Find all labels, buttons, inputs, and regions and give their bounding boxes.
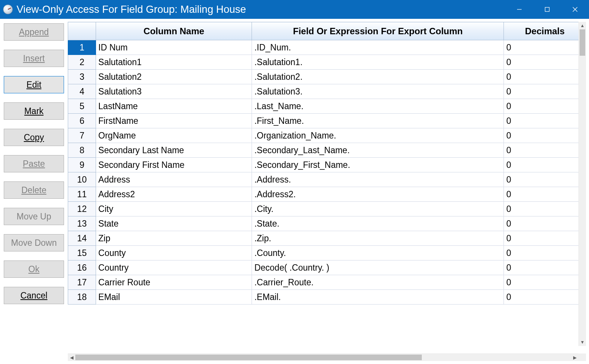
- row-number-cell[interactable]: 2: [68, 55, 96, 70]
- decimals-cell[interactable]: 0: [504, 275, 586, 290]
- header-expression[interactable]: Field Or Expression For Export Column: [252, 22, 504, 40]
- vertical-scroll-thumb[interactable]: [580, 29, 585, 56]
- decimals-cell[interactable]: 0: [504, 172, 586, 187]
- decimals-cell[interactable]: 0: [504, 55, 586, 70]
- expression-cell[interactable]: .State.: [252, 216, 504, 231]
- column-name-cell[interactable]: State: [96, 216, 252, 231]
- decimals-cell[interactable]: 0: [504, 202, 586, 216]
- row-number-cell[interactable]: 8: [68, 143, 96, 158]
- row-number-cell[interactable]: 12: [68, 202, 96, 216]
- column-name-cell[interactable]: Carrier Route: [96, 275, 252, 290]
- column-name-cell[interactable]: OrgName: [96, 128, 252, 143]
- table-row[interactable]: 10Address.Address.0: [68, 172, 586, 187]
- expression-cell[interactable]: .Salutation1.: [252, 55, 504, 70]
- decimals-cell[interactable]: 0: [504, 128, 586, 143]
- table-row[interactable]: 11Address2.Address2.0: [68, 187, 586, 202]
- column-name-cell[interactable]: Zip: [96, 231, 252, 246]
- expression-cell[interactable]: .EMail.: [252, 290, 504, 305]
- expression-cell[interactable]: Decode( .Country. ): [252, 260, 504, 275]
- decimals-cell[interactable]: 0: [504, 114, 586, 128]
- column-name-cell[interactable]: ID Num: [96, 40, 252, 55]
- delete-button[interactable]: Delete: [4, 181, 64, 199]
- horizontal-scrollbar[interactable]: ◀ ▶: [68, 353, 578, 361]
- horizontal-scroll-thumb[interactable]: [75, 355, 422, 360]
- insert-button[interactable]: Insert: [4, 50, 64, 67]
- expression-cell[interactable]: .First_Name.: [252, 114, 504, 128]
- table-row[interactable]: 8Secondary Last Name.Secondary_Last_Name…: [68, 143, 586, 158]
- decimals-cell[interactable]: 0: [504, 84, 586, 99]
- row-number-cell[interactable]: 17: [68, 275, 96, 290]
- move-down-button[interactable]: Move Down: [4, 234, 64, 251]
- table-row[interactable]: 3Salutation2.Salutation2.0: [68, 70, 586, 84]
- scroll-up-icon[interactable]: ▲: [579, 22, 586, 29]
- row-number-cell[interactable]: 13: [68, 216, 96, 231]
- table-row[interactable]: 15County.County.0: [68, 246, 586, 260]
- cancel-button[interactable]: Cancel: [4, 287, 64, 304]
- table-row[interactable]: 17Carrier Route.Carrier_Route.0: [68, 275, 586, 290]
- decimals-cell[interactable]: 0: [504, 246, 586, 260]
- decimals-cell[interactable]: 0: [504, 40, 586, 55]
- decimals-cell[interactable]: 0: [504, 187, 586, 202]
- row-number-cell[interactable]: 9: [68, 158, 96, 172]
- decimals-cell[interactable]: 0: [504, 216, 586, 231]
- row-number-cell[interactable]: 1: [68, 40, 96, 55]
- row-number-cell[interactable]: 6: [68, 114, 96, 128]
- table-row[interactable]: 7OrgName.Organization_Name.0: [68, 128, 586, 143]
- decimals-cell[interactable]: 0: [504, 99, 586, 114]
- scroll-down-icon[interactable]: ▼: [579, 338, 586, 346]
- header-column-name[interactable]: Column Name: [96, 22, 252, 40]
- maximize-button[interactable]: [533, 0, 561, 19]
- table-row[interactable]: 16CountryDecode( .Country. )0: [68, 260, 586, 275]
- decimals-cell[interactable]: 0: [504, 70, 586, 84]
- expression-cell[interactable]: .Zip.: [252, 231, 504, 246]
- scroll-left-icon[interactable]: ◀: [68, 354, 75, 361]
- expression-cell[interactable]: .Salutation2.: [252, 70, 504, 84]
- expression-cell[interactable]: .Secondary_First_Name.: [252, 158, 504, 172]
- table-row[interactable]: 6FirstName.First_Name.0: [68, 114, 586, 128]
- row-number-cell[interactable]: 11: [68, 187, 96, 202]
- row-number-cell[interactable]: 14: [68, 231, 96, 246]
- close-button[interactable]: [561, 0, 589, 19]
- column-name-cell[interactable]: Secondary First Name: [96, 158, 252, 172]
- row-number-cell[interactable]: 4: [68, 84, 96, 99]
- ok-button[interactable]: Ok: [4, 260, 64, 278]
- column-name-cell[interactable]: Salutation2: [96, 70, 252, 84]
- expression-cell[interactable]: .County.: [252, 246, 504, 260]
- edit-button[interactable]: Edit: [4, 76, 64, 93]
- minimize-button[interactable]: [505, 0, 533, 19]
- column-name-cell[interactable]: County: [96, 246, 252, 260]
- mark-button[interactable]: Mark: [4, 102, 64, 120]
- row-number-cell[interactable]: 10: [68, 172, 96, 187]
- move-up-button[interactable]: Move Up: [4, 208, 64, 225]
- column-name-cell[interactable]: Salutation3: [96, 84, 252, 99]
- data-grid[interactable]: Column Name Field Or Expression For Expo…: [68, 22, 586, 305]
- expression-cell[interactable]: .Carrier_Route.: [252, 275, 504, 290]
- vertical-scrollbar[interactable]: ▲ ▼: [578, 22, 586, 346]
- row-number-cell[interactable]: 16: [68, 260, 96, 275]
- decimals-cell[interactable]: 0: [504, 158, 586, 172]
- scroll-right-icon[interactable]: ▶: [571, 354, 578, 361]
- decimals-cell[interactable]: 0: [504, 290, 586, 305]
- expression-cell[interactable]: .Address2.: [252, 187, 504, 202]
- column-name-cell[interactable]: FirstName: [96, 114, 252, 128]
- table-row[interactable]: 4Salutation3.Salutation3.0: [68, 84, 586, 99]
- column-name-cell[interactable]: Address: [96, 172, 252, 187]
- decimals-cell[interactable]: 0: [504, 231, 586, 246]
- table-row[interactable]: 14Zip.Zip.0: [68, 231, 586, 246]
- row-number-cell[interactable]: 5: [68, 99, 96, 114]
- title-bar[interactable]: View-Only Access For Field Group: Mailin…: [0, 0, 589, 19]
- copy-button[interactable]: Copy: [4, 129, 64, 146]
- column-name-cell[interactable]: LastName: [96, 99, 252, 114]
- table-row[interactable]: 1ID Num.ID_Num.0: [68, 40, 586, 55]
- row-number-cell[interactable]: 15: [68, 246, 96, 260]
- table-row[interactable]: 13State.State.0: [68, 216, 586, 231]
- expression-cell[interactable]: .City.: [252, 202, 504, 216]
- table-row[interactable]: 2Salutation1.Salutation1.0: [68, 55, 586, 70]
- table-row[interactable]: 9Secondary First Name.Secondary_First_Na…: [68, 158, 586, 172]
- expression-cell[interactable]: .Salutation3.: [252, 84, 504, 99]
- expression-cell[interactable]: .ID_Num.: [252, 40, 504, 55]
- header-rownum[interactable]: [68, 22, 96, 40]
- append-button[interactable]: Append: [4, 23, 64, 41]
- column-name-cell[interactable]: City: [96, 202, 252, 216]
- table-row[interactable]: 12City.City.0: [68, 202, 586, 216]
